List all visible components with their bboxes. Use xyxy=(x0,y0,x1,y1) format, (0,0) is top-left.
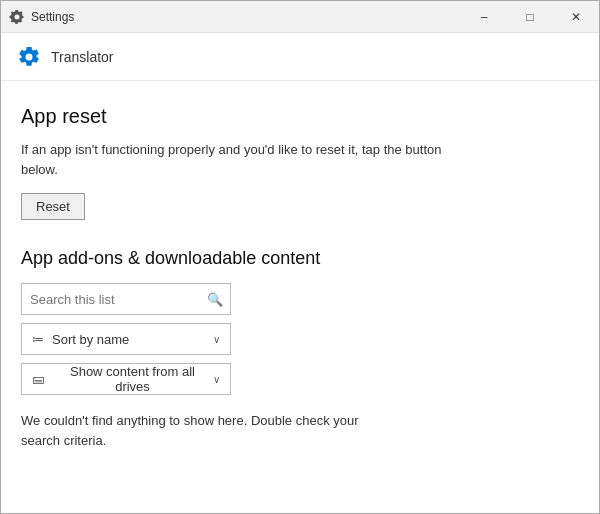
settings-title-icon xyxy=(9,9,25,25)
app-reset-description: If an app isn't functioning properly and… xyxy=(21,140,461,179)
app-reset-title: App reset xyxy=(21,105,579,128)
sort-dropdown-button[interactable]: ≔ Sort by name ∨ xyxy=(21,323,231,355)
sort-dropdown-label: Sort by name xyxy=(52,332,129,347)
title-bar: Settings – □ ✕ xyxy=(1,1,599,33)
sort-dropdown-left: ≔ Sort by name xyxy=(32,332,129,347)
show-content-dropdown-left: 🖴 Show content from all drives xyxy=(32,364,213,394)
translator-gear-icon xyxy=(17,45,41,69)
drives-icon: 🖴 xyxy=(32,372,44,386)
title-bar-left: Settings xyxy=(9,9,74,25)
title-bar-text: Settings xyxy=(31,10,74,24)
sort-chevron-icon: ∨ xyxy=(213,334,220,345)
search-icon: 🔍 xyxy=(207,292,223,307)
title-bar-controls: – □ ✕ xyxy=(461,1,599,33)
app-header: Translator xyxy=(1,33,599,81)
search-container: 🔍 xyxy=(21,283,231,315)
show-content-dropdown-container: 🖴 Show content from all drives ∨ xyxy=(21,363,231,395)
sort-icon: ≔ xyxy=(32,332,44,346)
content-area: App reset If an app isn't functioning pr… xyxy=(1,81,599,513)
show-content-dropdown-button[interactable]: 🖴 Show content from all drives ∨ xyxy=(21,363,231,395)
close-button[interactable]: ✕ xyxy=(553,1,599,33)
show-content-label: Show content from all drives xyxy=(52,364,213,394)
reset-button[interactable]: Reset xyxy=(21,193,85,220)
settings-window: Settings – □ ✕ Translator App reset If a… xyxy=(0,0,600,514)
sort-dropdown-container: ≔ Sort by name ∨ xyxy=(21,323,231,355)
app-name: Translator xyxy=(51,49,114,65)
addons-title: App add-ons & downloadable content xyxy=(21,248,579,269)
maximize-button[interactable]: □ xyxy=(507,1,553,33)
empty-message: We couldn't find anything to show here. … xyxy=(21,411,381,450)
minimize-button[interactable]: – xyxy=(461,1,507,33)
show-content-chevron-icon: ∨ xyxy=(213,374,220,385)
search-input[interactable] xyxy=(21,283,231,315)
